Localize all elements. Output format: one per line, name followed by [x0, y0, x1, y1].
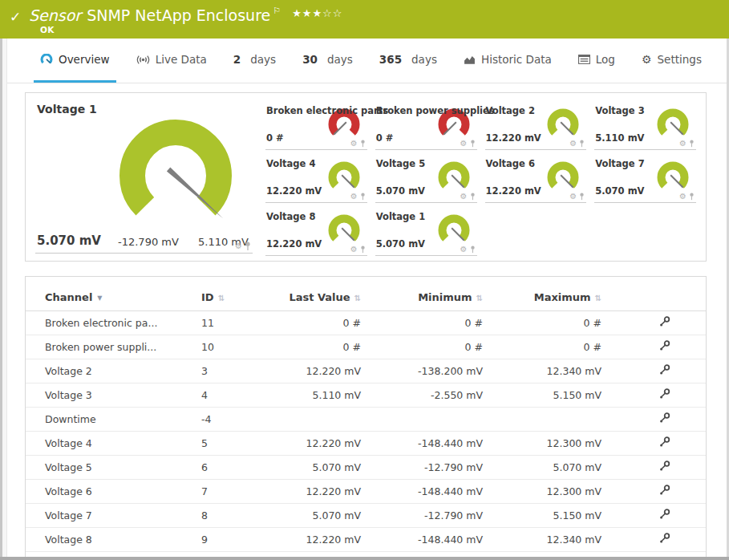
gear-icon[interactable]: ⚙	[460, 246, 468, 254]
channel-settings-icon[interactable]	[659, 461, 670, 474]
gear-icon[interactable]: ⚙	[460, 140, 468, 148]
cell-maximum: 5.150 mV	[492, 504, 611, 528]
gear-icon[interactable]: ⚙	[569, 193, 577, 201]
gear-icon[interactable]: ⚙	[350, 193, 358, 201]
priority-stars[interactable]: ★★★☆☆	[292, 7, 342, 19]
tab-number: 30	[302, 53, 318, 66]
column-header-id[interactable]: ID⇅	[190, 277, 266, 311]
tab-live-data[interactable]: Live Data	[130, 39, 213, 83]
table-row[interactable]: Voltage 7 8 5.070 mV -12.790 mV 5.150 mV	[26, 504, 706, 528]
pin-icon[interactable]	[579, 193, 585, 201]
gauge-ok	[653, 108, 693, 143]
cell-last-value	[266, 408, 371, 432]
channel-settings-icon[interactable]	[659, 533, 670, 546]
table-row[interactable]: Voltage 6 7 12.220 mV -148.440 mV 12.300…	[26, 480, 706, 504]
primary-gauge	[99, 116, 248, 244]
gauge-ok	[324, 213, 364, 249]
table-row[interactable]: Voltage 2 3 12.220 mV -138.200 mV 12.340…	[26, 359, 706, 383]
pin-icon[interactable]	[360, 246, 366, 254]
channel-settings-icon[interactable]	[659, 509, 670, 522]
pin-icon[interactable]	[689, 193, 695, 201]
bottom-scrollbar-strip[interactable]	[0, 557, 729, 560]
gear-icon[interactable]: ⚙	[569, 140, 577, 148]
table-header-row: Channel▼ ID⇅ Last Value⇅ Minimum⇅ Maximu…	[26, 277, 706, 311]
gauge-ok	[543, 160, 583, 196]
table-row[interactable]: Broken power suppli... 10 0 # 0 # 0 #	[26, 335, 706, 359]
channels-table: Channel▼ ID⇅ Last Value⇅ Minimum⇅ Maximu…	[26, 277, 706, 560]
table-row[interactable]: Voltage 5 6 5.070 mV -12.790 mV 5.070 mV	[26, 456, 706, 480]
primary-gauge-value: 5.070 mV	[37, 233, 101, 248]
channel-settings-icon[interactable]	[659, 436, 670, 450]
gauge-cell-voltage-3[interactable]: Voltage 3 5.110 mV ⚙	[594, 100, 696, 150]
channel-settings-icon[interactable]	[659, 316, 670, 330]
gear-icon[interactable]: ⚙	[350, 246, 358, 254]
pin-icon[interactable]	[470, 246, 476, 254]
channel-settings-icon[interactable]	[659, 340, 670, 354]
tab-label: Settings	[658, 53, 702, 66]
tab-historic-data[interactable]: Historic Data	[457, 39, 558, 83]
flag-icon[interactable]: ⚐	[273, 6, 281, 16]
cell-channel: Broken electronic pa...	[26, 311, 190, 335]
gear-icon[interactable]: ⚙	[350, 140, 358, 148]
gear-icon[interactable]: ⚙	[235, 242, 242, 250]
gauge-cell-voltage-1[interactable]: Voltage 1 5.070 mV ⚙	[375, 206, 477, 256]
column-header-maximum[interactable]: Maximum⇅	[492, 277, 611, 311]
left-page-rail	[0, 39, 7, 560]
tab-365-days[interactable]: 365days	[373, 39, 443, 83]
gauge-cell-voltage-4[interactable]: Voltage 4 12.220 mV ⚙	[265, 153, 367, 203]
pin-icon[interactable]	[470, 193, 476, 201]
cell-channel: Voltage 7	[26, 504, 190, 528]
table-row[interactable]: Voltage 4 5 12.220 mV -148.440 mV 12.300…	[26, 432, 706, 456]
column-header-minimum[interactable]: Minimum⇅	[371, 277, 492, 311]
gauge-cell-voltage-2[interactable]: Voltage 2 12.220 mV ⚙	[485, 100, 587, 150]
pin-icon[interactable]	[470, 140, 476, 148]
sort-desc-icon: ▼	[97, 294, 102, 302]
channel-settings-icon[interactable]	[659, 485, 670, 498]
pin-icon[interactable]	[245, 241, 251, 251]
small-gauges-grid: Broken electronic parts 0 # ⚙ Broken pow…	[254, 93, 706, 261]
cell-minimum: -138.200 mV	[371, 359, 492, 383]
channel-settings-icon[interactable]	[659, 364, 670, 378]
gauge-cell-voltage-7[interactable]: Voltage 7 5.070 mV ⚙	[594, 153, 696, 203]
gauge-cell-empty	[594, 206, 696, 256]
channel-settings-icon[interactable]	[659, 388, 670, 402]
gauge-cell-voltage-6[interactable]: Voltage 6 12.220 mV ⚙	[485, 153, 587, 203]
cell-last-value: 5.070 mV	[266, 504, 371, 528]
gauge-cell-broken-electronic-parts[interactable]: Broken electronic parts 0 # ⚙	[265, 100, 367, 150]
tab-number: 2	[233, 53, 241, 66]
table-row[interactable]: Voltage 3 4 5.110 mV -2.550 mV 5.150 mV	[26, 383, 706, 408]
tab-settings[interactable]: ⚙ Settings	[635, 39, 708, 83]
column-header-channel[interactable]: Channel▼	[26, 277, 190, 311]
column-header-last-value[interactable]: Last Value⇅	[266, 277, 371, 311]
gear-icon[interactable]: ⚙	[460, 193, 468, 201]
table-row[interactable]: Downtime -4	[26, 408, 706, 432]
tab-2-days[interactable]: 2days	[227, 39, 282, 83]
cell-maximum: 5.070 mV	[492, 456, 611, 480]
gauge-cell-broken-power-supplies[interactable]: Broken power supplies 0 # ⚙	[375, 100, 477, 150]
table-row[interactable]: Voltage 8 9 12.220 mV -148.440 mV 12.340…	[26, 528, 706, 552]
settings-gear-icon: ⚙	[642, 54, 652, 65]
pin-icon[interactable]	[360, 193, 366, 201]
tab-label: Historic Data	[481, 53, 552, 66]
pin-icon[interactable]	[579, 140, 585, 148]
tab-30-days[interactable]: 30days	[296, 39, 359, 83]
gauge-cell-voltage-5[interactable]: Voltage 5 5.070 mV ⚙	[375, 153, 477, 203]
cell-last-value: 12.220 mV	[266, 528, 371, 552]
cell-id: 7	[190, 480, 266, 504]
gauge-cell-voltage-8[interactable]: Voltage 8 12.220 mV ⚙	[265, 206, 367, 256]
table-row[interactable]: Broken electronic pa... 11 0 # 0 # 0 #	[26, 311, 706, 335]
cell-last-value: 12.220 mV	[266, 432, 371, 456]
pin-icon[interactable]	[689, 140, 695, 148]
cell-id: 3	[190, 359, 266, 383]
gear-icon[interactable]: ⚙	[679, 140, 686, 148]
tab-overview[interactable]: Overview	[34, 39, 116, 83]
gear-icon[interactable]: ⚙	[679, 193, 686, 201]
primary-gauge-cell[interactable]: Voltage 1 5.070 mV -12.790 mV 5.110 mV ⚙	[26, 93, 254, 261]
cell-channel: Voltage 4	[26, 432, 190, 456]
gauge-ok	[434, 213, 474, 249]
cell-minimum: 0 #	[371, 311, 492, 335]
channel-settings-icon[interactable]	[659, 412, 670, 426]
pin-icon[interactable]	[360, 140, 366, 148]
gauge-title: Voltage 4	[266, 158, 315, 169]
tab-log[interactable]: Log	[572, 39, 622, 83]
